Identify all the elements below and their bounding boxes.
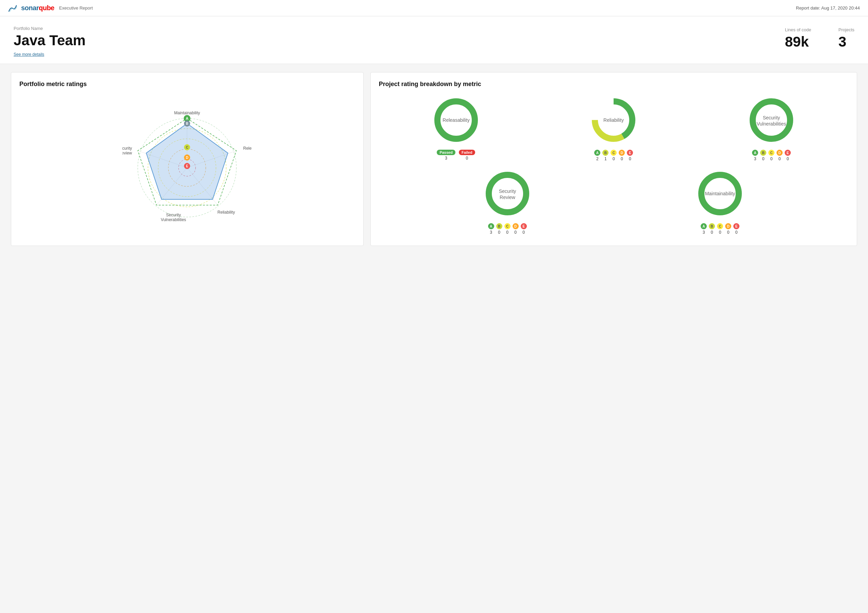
svg-marker-11 xyxy=(146,124,228,199)
portfolio-name-block: Portfolio Name Java Team See more detail… xyxy=(14,26,86,57)
svg-text:Security: Security xyxy=(166,213,181,217)
svg-text:Security: Security xyxy=(122,146,132,151)
svg-text:D: D xyxy=(186,156,188,160)
projects-label: Projects xyxy=(839,27,854,32)
portfolio-metric-title: Portfolio metric ratings xyxy=(19,81,355,88)
svg-text:Releasability: Releasability xyxy=(243,146,252,151)
security-review-donut: Security Review xyxy=(482,168,533,219)
donut-grid-top: Releasability Passed 3 Failed 0 xyxy=(379,95,849,161)
sr-d-circle: D xyxy=(513,223,519,229)
sr-d-count: 0 xyxy=(514,230,517,235)
sv-d-badge: D 0 xyxy=(777,150,783,161)
m-a-circle: A xyxy=(701,223,707,229)
sr-b-badge: B 0 xyxy=(496,223,502,235)
c-circle: C xyxy=(611,150,617,156)
donut-grid-bottom: Security Review A 3 B 0 C 0 xyxy=(379,168,849,235)
reliability-donut-item: Reliability A 2 B 1 C 0 xyxy=(536,95,691,161)
maintainability-badges: A 3 B 0 C 0 D 0 xyxy=(701,223,739,235)
security-vuln-donut: Security Vulnerabilities xyxy=(746,95,797,146)
project-rating-title: Project rating breakdown by metric xyxy=(379,81,849,88)
b-circle: B xyxy=(602,150,609,156)
svg-text:Vulnerabilities: Vulnerabilities xyxy=(757,121,786,127)
projects-block: Projects 3 xyxy=(839,27,854,50)
a-count: 2 xyxy=(596,157,598,161)
svg-text:Reliability: Reliability xyxy=(218,210,235,215)
portfolio-metric-card: Portfolio metric ratings xyxy=(11,72,364,246)
sr-d-badge: D 0 xyxy=(513,223,519,235)
security-review-donut-item: Security Review A 3 B 0 C 0 xyxy=(406,168,609,235)
c-count: 0 xyxy=(612,157,615,161)
m-d-count: 0 xyxy=(727,230,730,235)
sr-b-circle: B xyxy=(496,223,502,229)
b-count: 1 xyxy=(604,157,607,161)
passed-count: 3 xyxy=(445,156,447,161)
sr-e-circle: E xyxy=(521,223,527,229)
m-a-count: 3 xyxy=(703,230,705,235)
sv-c-badge: C 0 xyxy=(768,150,775,161)
sr-c-count: 0 xyxy=(506,230,508,235)
reliability-donut: Reliability xyxy=(588,95,639,146)
portfolio-section: Portfolio Name Java Team See more detail… xyxy=(0,16,868,64)
failed-badge-block: Failed 0 xyxy=(459,150,475,161)
releasability-badges: Passed 3 Failed 0 xyxy=(437,150,475,161)
security-vuln-badges: A 3 B 0 C 0 D 0 xyxy=(752,150,791,161)
passed-badge-block: Passed 3 xyxy=(437,150,456,161)
m-a-badge: A 3 xyxy=(701,223,707,235)
m-d-badge: D 0 xyxy=(725,223,731,235)
d-count: 0 xyxy=(621,157,623,161)
reliability-e-badge: E 0 xyxy=(627,150,633,161)
reliability-c-badge: C 0 xyxy=(611,150,617,161)
m-c-badge: C 0 xyxy=(717,223,723,235)
svg-text:E: E xyxy=(186,164,188,168)
reliability-b-badge: B 1 xyxy=(602,150,609,161)
sv-a-badge: A 3 xyxy=(752,150,758,161)
svg-text:B: B xyxy=(186,122,188,126)
m-e-badge: E 0 xyxy=(733,223,739,235)
m-c-count: 0 xyxy=(719,230,721,235)
reliability-badges: A 2 B 1 C 0 D 0 xyxy=(594,150,633,161)
maintainability-donut: Maintainability xyxy=(694,168,746,219)
svg-text:Maintainability: Maintainability xyxy=(705,191,735,196)
sv-a-circle: A xyxy=(752,150,758,156)
security-vuln-donut-item: Security Vulnerabilities A 3 B 0 C 0 xyxy=(694,95,849,161)
a-circle: A xyxy=(594,150,600,156)
sr-b-count: 0 xyxy=(498,230,500,235)
sr-c-circle: C xyxy=(504,223,510,229)
e-count: 0 xyxy=(629,157,631,161)
sv-e-badge: E 0 xyxy=(785,150,791,161)
portfolio-name: Java Team xyxy=(14,32,86,49)
maintainability-donut-item: Maintainability A 3 B 0 C 0 xyxy=(619,168,822,235)
m-b-badge: B 0 xyxy=(709,223,715,235)
lines-of-code-label: Lines of code xyxy=(785,27,811,32)
sr-e-count: 0 xyxy=(522,230,525,235)
failed-count: 0 xyxy=(466,156,468,161)
logo-area: sonarqube Executive Report xyxy=(8,4,93,12)
sv-b-count: 0 xyxy=(762,157,764,161)
see-more-link[interactable]: See more details xyxy=(14,52,44,57)
stats-inline: Lines of code 89k Projects 3 xyxy=(785,26,854,50)
releasability-donut-item: Releasability Passed 3 Failed 0 xyxy=(379,95,533,161)
svg-text:A: A xyxy=(186,116,188,120)
m-e-circle: E xyxy=(733,223,739,229)
sr-e-badge: E 0 xyxy=(521,223,527,235)
d-circle: D xyxy=(619,150,625,156)
m-d-circle: D xyxy=(725,223,731,229)
header: sonarqube Executive Report Report date: … xyxy=(0,0,868,16)
report-date: Report date: Aug 17, 2020 20:44 xyxy=(796,5,860,11)
m-b-circle: B xyxy=(709,223,715,229)
sr-a-circle: A xyxy=(488,223,494,229)
exec-report-label: Executive Report xyxy=(59,5,93,11)
svg-text:Security: Security xyxy=(763,115,780,120)
project-rating-card: Project rating breakdown by metric Relea… xyxy=(370,72,857,246)
reliability-a-badge: A 2 xyxy=(594,150,600,161)
projects-value: 3 xyxy=(839,34,854,50)
failed-badge: Failed xyxy=(459,150,475,155)
sonarqube-logo-icon xyxy=(8,5,18,12)
sr-a-badge: A 3 xyxy=(488,223,494,235)
radar-chart: A B C D E Maintainability Releasability … xyxy=(122,98,252,234)
sv-b-circle: B xyxy=(760,150,766,156)
svg-text:Security: Security xyxy=(499,188,516,194)
releasability-donut: Releasability xyxy=(431,95,482,146)
lines-of-code-value: 89k xyxy=(785,34,811,50)
portfolio-label: Portfolio Name xyxy=(14,26,86,31)
